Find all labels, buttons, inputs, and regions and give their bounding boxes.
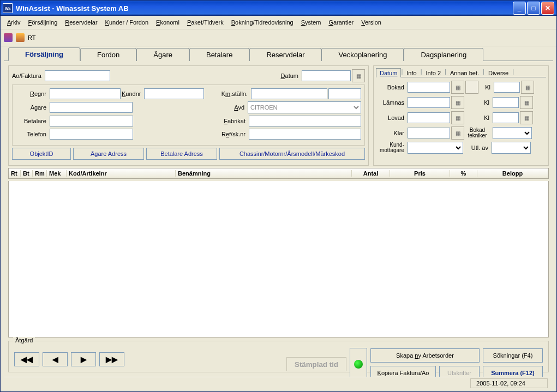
input-refsk[interactable] (249, 129, 361, 140)
input-bokad-date[interactable] (408, 82, 450, 93)
skapa-arbetsorder-button[interactable]: Skapa ny Arbetsorder (370, 348, 480, 363)
label-betalare: Betalare (16, 118, 49, 124)
col-mek[interactable]: Mek (47, 170, 67, 177)
col-pris[interactable]: Pris (390, 170, 450, 177)
nav-last-button[interactable]: ▶▶ (99, 352, 124, 366)
nav-prev-button[interactable]: ◀ (43, 352, 68, 366)
select-avd[interactable]: CITROEN (248, 101, 361, 113)
subtab-datum[interactable]: Datum (376, 68, 401, 77)
input-lamnas-date[interactable] (408, 97, 450, 108)
menu-forsaljning[interactable]: Försäljning (25, 18, 61, 27)
calendar-lovad-kl[interactable]: ▦ (520, 111, 533, 124)
label-kundmottagare: Kund-mottagare (377, 142, 406, 153)
menu-paket[interactable]: Paket/Tidverk (184, 18, 227, 27)
input-regnr[interactable] (50, 88, 121, 99)
tab-agare[interactable]: Ägare (136, 48, 189, 61)
label-bokad-kl: Kl (480, 84, 493, 91)
tab-reservdelar[interactable]: Reservdelar (249, 48, 321, 61)
input-kmstalln[interactable] (251, 88, 327, 99)
toolbar-icon-1[interactable] (4, 33, 13, 42)
subtab-info2[interactable]: Info 2 (422, 68, 445, 77)
col-rm[interactable]: Rm (33, 170, 47, 177)
col-antal[interactable]: Antal (352, 170, 390, 177)
col-benamning[interactable]: Benämning (176, 170, 352, 177)
label-telefon: Telefon (16, 131, 49, 137)
label-aofaktura: Ao/Faktura (12, 73, 44, 79)
input-agare[interactable] (50, 102, 133, 113)
grid-body[interactable] (8, 181, 549, 337)
button-agare-adress[interactable]: Ägare Adress (73, 148, 144, 160)
col-belopp[interactable]: Belopp (477, 170, 548, 177)
select-bokadtekniker[interactable] (493, 127, 532, 139)
menu-system[interactable]: System (298, 18, 325, 27)
calendar-lamnas-kl[interactable]: ▦ (520, 96, 533, 109)
sokningar-button[interactable]: Sökningar (F4) (483, 348, 543, 363)
maximize-button[interactable]: □ (527, 2, 540, 15)
label-bokadtek: Bokadtekniker (465, 128, 492, 138)
col-bt[interactable]: Bt (21, 170, 33, 177)
label-fabrikat: Fabrikat (213, 118, 248, 124)
calendar-klar[interactable]: ▦ (451, 126, 464, 140)
calendar-bokad-kl[interactable]: ▦ (521, 81, 534, 94)
menu-version[interactable]: Version (358, 18, 385, 27)
select-kundmottagare[interactable] (408, 142, 463, 154)
button-betalare-adress[interactable]: Betalare Adress (146, 148, 217, 160)
calendar-lamnas[interactable]: ▦ (451, 96, 464, 109)
col-kod[interactable]: Kod/Artikelnr (67, 170, 176, 177)
tab-forsaljning[interactable]: Försäljning (8, 47, 80, 61)
main-tab-strip: Försäljning Fordon Ägare Betalare Reserv… (1, 46, 556, 61)
subtab-annan[interactable]: Annan bet. (446, 68, 483, 77)
button-chassi[interactable]: Chassinr/Motornr/Årsmodell/Märkeskod (219, 148, 365, 160)
input-klar-date[interactable] (408, 128, 450, 138)
label-kundnr: Kundnr (122, 91, 143, 97)
menu-reservdelar[interactable]: Reservdelar (62, 18, 100, 27)
col-pct[interactable]: % (450, 170, 477, 177)
close-button[interactable]: ✕ (541, 2, 554, 15)
bokad-extra-square[interactable] (465, 81, 478, 94)
minimize-button[interactable]: _ (513, 2, 526, 15)
label-klar: Klar (377, 130, 406, 136)
button-objektid[interactable]: ObjektID (12, 148, 71, 160)
window-title: WinAssist - Winassist System AB (16, 4, 513, 13)
tab-betalare[interactable]: Betalare (189, 48, 249, 61)
kopiera-button[interactable]: Kopiera Faktura/Ao (370, 366, 436, 377)
status-indicator-box[interactable] (350, 348, 367, 377)
toolbar-rt-label: RT (28, 34, 35, 41)
left-form: Ao/Faktura Datum ▦ Regnr Kundnr Km.ställ… (8, 65, 369, 166)
input-fabrikat[interactable] (249, 116, 361, 126)
toolbar-icon-2[interactable] (16, 33, 25, 42)
nav-next-button[interactable]: ▶ (71, 352, 96, 366)
tab-fordon[interactable]: Fordon (80, 48, 136, 61)
calendar-lovad[interactable]: ▦ (451, 111, 464, 124)
menu-ekonomi[interactable]: Ekonomi (153, 18, 183, 27)
menu-kunder[interactable]: Kunder / Fordon (102, 18, 152, 27)
input-lovad-date[interactable] (408, 112, 450, 123)
input-datum[interactable] (302, 70, 351, 81)
menu-bokning[interactable]: Bokning/Tidredovisning (228, 18, 297, 27)
label-lamnas: Lämnas (377, 99, 406, 106)
summera-button[interactable]: Summera (F12) (483, 366, 543, 377)
nav-first-button[interactable]: ◀◀ (14, 352, 39, 366)
sub-tab-strip: Datum| Info| Info 2| Annan bet.| Diverse… (376, 68, 546, 77)
input-lovad-kl[interactable] (493, 112, 519, 123)
calendar-bokad[interactable]: ▦ (451, 81, 464, 94)
menu-arkiv[interactable]: Arkiv (4, 18, 23, 27)
menu-garantier[interactable]: Garantier (325, 18, 357, 27)
tab-dagsplanering[interactable]: Dagsplanering (404, 48, 483, 61)
input-kmstalln-extra[interactable] (328, 88, 361, 99)
label-lovad-kl: Kl (478, 114, 492, 121)
subtab-diverse[interactable]: Diverse (484, 68, 512, 77)
input-bokad-kl[interactable] (494, 82, 520, 93)
input-betalare[interactable] (50, 116, 133, 126)
col-rt[interactable]: Rt (9, 170, 21, 177)
tab-veckoplanering[interactable]: Veckoplanering (321, 48, 404, 61)
subtab-info[interactable]: Info (403, 68, 420, 77)
input-telefon[interactable] (50, 129, 133, 140)
title-bar: Wa WinAssist - Winassist System AB _ □ ✕ (1, 1, 556, 16)
grid-header: Rt Bt Rm Mek Kod/Artikelnr Benämning Ant… (8, 168, 549, 179)
select-utlav[interactable] (492, 142, 531, 154)
input-kundnr[interactable] (144, 88, 204, 99)
input-aofaktura[interactable] (45, 70, 110, 81)
calendar-button-datum[interactable]: ▦ (352, 69, 365, 82)
input-lamnas-kl[interactable] (493, 97, 519, 108)
